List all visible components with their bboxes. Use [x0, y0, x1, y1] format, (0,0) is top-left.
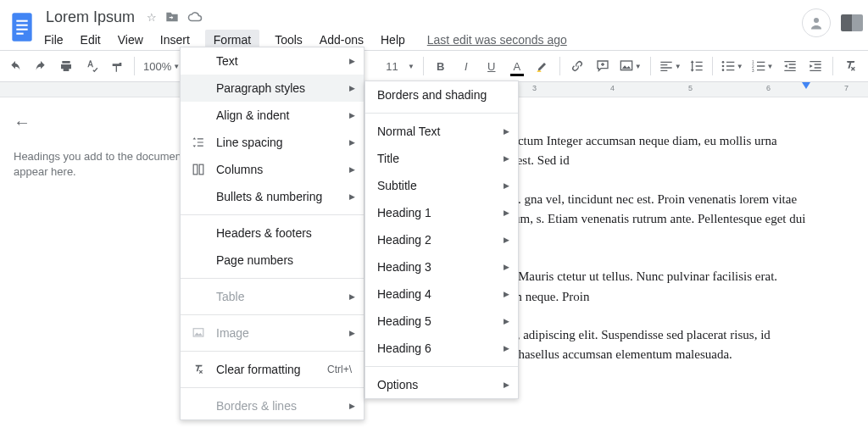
move-icon[interactable]: [165, 11, 179, 24]
svg-point-5: [814, 18, 819, 23]
spellcheck-button[interactable]: [83, 57, 100, 75]
submenu-title[interactable]: Title▶: [365, 145, 518, 172]
format-menu-dropdown: Text▶ Paragraph styles▶ Align & indent▶ …: [180, 47, 364, 400]
submenu-options[interactable]: Options▶: [365, 371, 518, 398]
svg-rect-2: [16, 25, 27, 26]
menu-paragraph-styles[interactable]: Paragraph styles▶: [181, 75, 364, 102]
menu-image: Image▶: [181, 319, 364, 347]
zoom-dropdown[interactable]: 100% ▼: [143, 60, 180, 73]
underline-button[interactable]: U: [483, 57, 500, 75]
app-docs-icon[interactable]: [7, 7, 37, 47]
menu-page-numbers[interactable]: Page numbers: [181, 247, 364, 274]
menu-bar: File Edit View Insert Format Tools Add-o…: [42, 30, 858, 50]
svg-rect-0: [12, 13, 31, 41]
submenu-heading-3[interactable]: Heading 3▶: [365, 253, 518, 280]
cloud-status-icon[interactable]: [187, 11, 203, 24]
last-edit-link[interactable]: Last edit was seconds ago: [427, 33, 567, 47]
svg-point-7: [721, 61, 724, 64]
line-spacing-dropdown[interactable]: [690, 59, 704, 73]
insert-link-button[interactable]: [569, 57, 586, 75]
insert-image-button[interactable]: ▼: [620, 59, 642, 73]
paint-format-button[interactable]: [108, 57, 125, 75]
menu-bullets-numbering[interactable]: Bullets & numbering▶: [181, 183, 364, 210]
doc-title[interactable]: Lorem Ipsum: [42, 7, 138, 28]
svg-point-8: [721, 65, 724, 68]
increase-indent-button[interactable]: [807, 57, 824, 75]
clear-formatting-button[interactable]: [842, 57, 859, 75]
svg-rect-3: [16, 29, 27, 31]
outline-empty-message: Headings you add to the documen appear h…: [14, 149, 194, 180]
highlight-color-button[interactable]: [534, 57, 551, 75]
checklist-dropdown[interactable]: ▼: [721, 60, 743, 72]
font-size-dropdown[interactable]: 11 ▼: [386, 60, 415, 73]
account-icon[interactable]: [802, 8, 831, 37]
menu-edit[interactable]: Edit: [79, 30, 103, 50]
insert-comment-button[interactable]: [594, 57, 611, 75]
menu-align-indent[interactable]: Align & indent▶: [181, 102, 364, 129]
submenu-subtitle[interactable]: Subtitle▶: [365, 172, 518, 199]
svg-rect-4: [16, 33, 23, 35]
text-color-button[interactable]: A: [509, 57, 526, 75]
svg-rect-1: [16, 20, 27, 22]
menu-headers-footers[interactable]: Headers & footers: [181, 219, 364, 247]
paragraph-styles-submenu: Borders and shading Normal Text▶ Title▶ …: [364, 80, 519, 399]
menu-borders-lines: Borders & lines▶: [181, 392, 364, 400]
outline-collapse-icon[interactable]: ←: [14, 113, 194, 132]
svg-text:3: 3: [752, 69, 754, 72]
svg-rect-14: [199, 164, 203, 175]
side-panel-icon[interactable]: [841, 14, 863, 31]
redo-button[interactable]: [32, 57, 49, 75]
italic-button[interactable]: I: [458, 57, 475, 75]
menu-file[interactable]: File: [42, 30, 65, 50]
menu-help[interactable]: Help: [379, 30, 407, 50]
outline-panel: ← Headings you add to the documen appear…: [0, 97, 208, 400]
menu-text[interactable]: Text▶: [181, 47, 364, 75]
svg-point-9: [721, 69, 724, 71]
submenu-normal-text[interactable]: Normal Text▶: [365, 118, 518, 145]
right-indent-marker[interactable]: [802, 82, 810, 89]
submenu-borders-shading[interactable]: Borders and shading: [365, 81, 518, 108]
decrease-indent-button[interactable]: [782, 57, 798, 75]
star-icon[interactable]: ☆: [147, 11, 157, 24]
menu-table: Table▶: [181, 283, 364, 310]
toolbar: 100% ▼ 11 ▼ B I U A ▼ ▼ ▼ 123 ▼: [0, 50, 868, 82]
undo-button[interactable]: [7, 57, 24, 75]
menu-view[interactable]: View: [116, 30, 145, 50]
bulleted-list-dropdown[interactable]: 123 ▼: [752, 60, 774, 72]
submenu-heading-4[interactable]: Heading 4▶: [365, 280, 518, 308]
bold-button[interactable]: B: [432, 57, 449, 75]
menu-columns[interactable]: Columns▶: [181, 156, 364, 183]
submenu-heading-6[interactable]: Heading 6▶: [365, 335, 518, 362]
submenu-heading-5[interactable]: Heading 5▶: [365, 308, 518, 335]
print-button[interactable]: [58, 57, 75, 75]
align-dropdown[interactable]: ▼: [659, 60, 682, 72]
submenu-heading-1[interactable]: Heading 1▶: [365, 199, 518, 226]
menu-clear-formatting[interactable]: Clear formattingCtrl+\: [181, 356, 364, 383]
menu-line-spacing[interactable]: Line spacing▶: [181, 129, 364, 156]
submenu-heading-2[interactable]: Heading 2▶: [365, 226, 518, 253]
svg-rect-13: [193, 164, 198, 175]
